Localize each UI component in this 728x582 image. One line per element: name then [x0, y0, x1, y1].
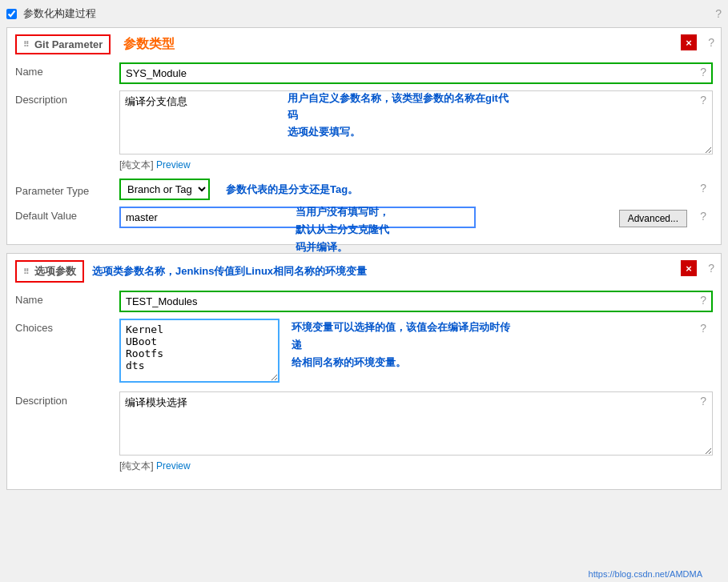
git-plaintext-preview: [纯文本] Preview	[119, 159, 713, 172]
choice-param-type-label: 选项类参数名称，Jenkins传值到Linux相同名称的环境变量	[92, 264, 367, 279]
choice-param-header: ⠿ 选项参数 选项类参数名称，Jenkins传值到Linux相同名称的环境变量	[15, 260, 713, 283]
choice-name-row: Name ?	[15, 291, 713, 312]
choice-choices-annotation: 环境变量可以选择的值，该值会在编译启动时传递给相同名称的环境变量。	[292, 319, 516, 371]
choice-choices-textarea[interactable]	[119, 319, 280, 383]
git-paramtype-wrap: Branch or Tag 参数代表的是分支还是Tag。	[119, 179, 713, 200]
git-param-section: ⠿ Git Parameter 参数类型 × ? Name ? Descript…	[6, 27, 722, 245]
choice-preview-link[interactable]: Preview	[156, 460, 191, 472]
git-name-row: Name ?	[15, 62, 713, 84]
git-default-label: Default Value	[15, 207, 119, 222]
choice-plaintext-label: [纯文本]	[119, 460, 154, 472]
git-name-input[interactable]	[119, 62, 713, 84]
git-name-label: Name	[15, 62, 119, 78]
choice-desc-row: Description [纯文本] Preview ?	[15, 391, 713, 473]
git-default-row: Default Value 当用户没有填写时，默认从主分支克隆代码并编译。 Ad…	[15, 207, 713, 228]
choice-name-help-icon[interactable]: ?	[700, 294, 706, 307]
git-default-annotation: 当用户没有填写时，默认从主分支克隆代码并编译。	[296, 203, 496, 256]
choice-param-label: 选项参数	[34, 264, 76, 279]
choice-choices-label: Choices	[15, 319, 119, 334]
choice-name-label: Name	[15, 291, 119, 306]
watermark: https://blog.csdn.net/AMDMA	[589, 569, 702, 579]
git-paramtype-select[interactable]: Branch or Tag	[119, 179, 210, 200]
choice-dots-icon: ⠿	[23, 267, 30, 276]
choice-desc-label: Description	[15, 391, 119, 407]
git-param-header: ⠿ Git Parameter 参数类型	[15, 34, 713, 54]
git-plaintext-label: [纯文本]	[119, 159, 154, 171]
git-advanced-btn[interactable]: Advanced...	[619, 210, 687, 227]
page-wrapper: 参数化构建过程 ? ⠿ Git Parameter 参数类型 × ? Name …	[0, 0, 728, 582]
git-param-help-icon[interactable]: ?	[708, 36, 714, 49]
page-help-icon[interactable]: ?	[715, 7, 722, 20]
choice-param-section: ⠿ 选项参数 选项类参数名称，Jenkins传值到Linux相同名称的环境变量 …	[6, 253, 722, 490]
choice-name-wrap	[119, 291, 713, 312]
top-bar: 参数化构建过程 ?	[6, 6, 722, 21]
git-paramtype-help-icon[interactable]: ?	[700, 182, 706, 195]
git-param-label-box: ⠿ Git Parameter	[15, 34, 111, 54]
choice-name-input[interactable]	[119, 291, 713, 312]
choice-choices-help-icon[interactable]: ?	[700, 322, 706, 335]
git-param-type-label: 参数类型	[123, 36, 175, 53]
choice-desc-textarea[interactable]	[119, 391, 713, 456]
git-paramtype-label: Parameter Type	[15, 182, 119, 197]
git-param-label: Git Parameter	[34, 38, 103, 50]
top-title: 参数化构建过程	[6, 6, 96, 21]
choice-param-close-btn[interactable]: ×	[681, 260, 697, 276]
git-preview-link[interactable]: Preview	[156, 159, 191, 171]
git-desc-help-icon[interactable]: ?	[700, 94, 706, 106]
git-name-wrap	[119, 62, 713, 84]
page-title: 参数化构建过程	[23, 6, 96, 21]
choice-param-label-box: ⠿ 选项参数	[15, 260, 84, 283]
choice-param-help-icon[interactable]: ?	[708, 262, 714, 275]
git-paramtype-row: Parameter Type Branch or Tag 参数代表的是分支还是T…	[15, 179, 713, 200]
git-default-help-icon[interactable]: ?	[700, 210, 706, 223]
git-desc-row: Description 用户自定义参数名称，该类型参数的名称在git代码选项处要…	[15, 90, 713, 172]
choice-choices-row: Choices 环境变量可以选择的值，该值会在编译启动时传递给相同名称的环境变量…	[15, 319, 713, 385]
choice-choices-wrap: 环境变量可以选择的值，该值会在编译启动时传递给相同名称的环境变量。	[119, 319, 713, 385]
choice-desc-help-icon[interactable]: ?	[700, 395, 706, 407]
choice-desc-wrap: [纯文本] Preview	[119, 391, 713, 473]
choice-plaintext-preview: [纯文本] Preview	[119, 460, 713, 473]
git-param-close-btn[interactable]: ×	[681, 34, 697, 50]
git-default-wrap: 当用户没有填写时，默认从主分支克隆代码并编译。 Advanced...	[119, 207, 713, 228]
git-desc-annotation: 用户自定义参数名称，该类型参数的名称在git代码选项处要填写。	[288, 90, 512, 140]
git-desc-label: Description	[15, 90, 119, 106]
git-name-help-icon[interactable]: ?	[700, 66, 706, 78]
parameterize-checkbox[interactable]	[6, 9, 17, 19]
git-paramtype-annotation: 参数代表的是分支还是Tag。	[226, 183, 358, 197]
dots-icon: ⠿	[23, 40, 30, 49]
git-desc-wrap: 用户自定义参数名称，该类型参数的名称在git代码选项处要填写。 [纯文本] Pr…	[119, 90, 713, 172]
